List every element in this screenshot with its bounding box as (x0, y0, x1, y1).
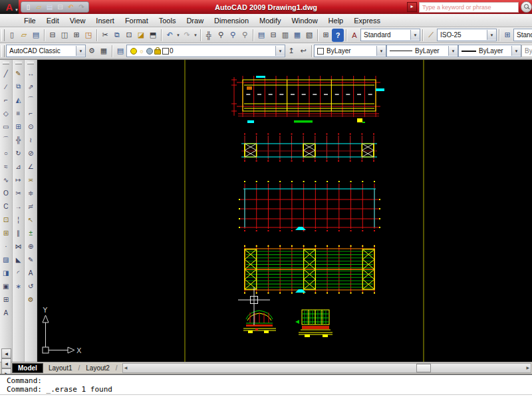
menu-draw[interactable]: Draw (181, 15, 209, 26)
spline-icon[interactable]: ∿ (0, 173, 11, 186)
tolerance-icon[interactable]: ± (25, 226, 37, 239)
toolbar-grip[interactable] (1, 45, 5, 57)
layer-combo[interactable]: ☼ 0 ▼ (126, 45, 285, 57)
tab-prev-button[interactable]: ◀ (1, 358, 11, 368)
layer-color-swatch[interactable] (162, 47, 169, 55)
dim-style-combo[interactable]: ISO-25▼ (437, 29, 497, 41)
cut-icon[interactable]: ✂ (99, 29, 111, 42)
scale-icon[interactable]: ⊿ (13, 160, 24, 173)
gradient-icon[interactable]: ◨ (0, 266, 11, 279)
ellipse-arc-icon[interactable]: C (0, 200, 11, 213)
array-icon[interactable]: ⊞ (13, 120, 24, 133)
qnew-icon[interactable]: ▯ (6, 29, 18, 42)
toolbar-grip[interactable] (15, 62, 22, 65)
dim-style-icon[interactable]: ⟋ (425, 29, 437, 42)
line-icon[interactable]: ╱ (0, 66, 11, 80)
menu-file[interactable]: File (19, 15, 41, 26)
arc-length-dimension-icon[interactable]: ⌒ (25, 93, 37, 106)
search-icon[interactable] (521, 1, 532, 13)
dimension-update-icon[interactable]: ↺ (25, 279, 37, 293)
toolbar-grip[interactable] (1, 29, 5, 41)
layer-on-bulb-icon[interactable] (130, 47, 137, 55)
layer-freeze-sun-icon[interactable]: ☼ (138, 47, 145, 55)
menu-view[interactable]: View (65, 15, 91, 26)
chevron-down-icon[interactable]: ▼ (376, 46, 386, 56)
trim-icon[interactable]: ✂ (13, 186, 24, 200)
fillet-icon[interactable]: ◜ (13, 266, 24, 279)
chevron-down-icon[interactable]: ▼ (76, 46, 85, 56)
workspace-save-icon[interactable]: ▦ (98, 45, 110, 58)
command-input[interactable] (0, 396, 532, 399)
explode-icon[interactable]: ∗ (13, 279, 24, 293)
revision-cloud-icon[interactable]: ≈ (0, 160, 11, 173)
infocenter-expand-icon[interactable]: ▸ (407, 2, 417, 12)
layer-viewport-freeze-icon[interactable] (146, 47, 153, 55)
menu-edit[interactable]: Edit (41, 15, 65, 26)
quickcalc-icon[interactable]: ⊞ (320, 29, 332, 42)
3d-dwf-icon[interactable]: ◳ (82, 29, 94, 42)
linetype-combo[interactable]: ByLayer ▼ (386, 45, 458, 57)
menu-window[interactable]: Window (286, 15, 323, 26)
linear-dimension-icon[interactable]: ↔ (25, 66, 37, 80)
dimension-text-edit-icon[interactable]: A (25, 266, 37, 279)
infocenter-search-input[interactable] (419, 2, 519, 13)
cad-canvas[interactable]: YX (37, 60, 532, 362)
redo-icon[interactable]: ↷ (181, 29, 193, 42)
workspace-combo[interactable]: AutoCAD Classic ▼ (6, 45, 86, 57)
join-icon[interactable]: ⋈ (13, 239, 24, 253)
menu-insert[interactable]: Insert (90, 15, 120, 26)
scroll-left-icon[interactable]: ◀ (124, 365, 128, 370)
chevron-down-icon[interactable]: ▼ (511, 46, 521, 56)
copy-icon[interactable]: ⧉ (111, 29, 123, 42)
rectangle-icon[interactable]: ▭ (0, 120, 11, 133)
make-object-layer-current-icon[interactable]: ↥ (285, 45, 297, 58)
center-mark-icon[interactable]: ⊕ (25, 239, 37, 253)
markup-set-manager-icon[interactable]: ▧ (303, 29, 315, 42)
pan-icon[interactable]: ╬ (203, 29, 215, 42)
toolbar-grip[interactable] (3, 62, 9, 65)
sheet-set-manager-icon[interactable]: ▦ (291, 29, 303, 42)
jogged-dimension-icon[interactable]: ≀ (25, 133, 37, 146)
ellipse-icon[interactable]: O (0, 186, 11, 200)
mirror-icon[interactable]: ◭ (13, 93, 24, 106)
break-icon[interactable]: ∥ (13, 226, 24, 239)
table-icon[interactable]: ⊞ (0, 293, 11, 306)
tool-palettes-icon[interactable]: ▥ (279, 29, 291, 42)
radius-dimension-icon[interactable]: ⊙ (25, 120, 37, 133)
help-icon[interactable]: ? (332, 29, 344, 42)
zoom-previous-icon[interactable]: ⚲ (239, 29, 251, 42)
table-style-combo[interactable]: Standard▼ (513, 29, 532, 41)
plot-preview-icon[interactable]: ◫ (59, 29, 70, 42)
copy-icon[interactable]: ⧉ (13, 80, 24, 93)
circle-icon[interactable]: ○ (0, 146, 11, 160)
save-icon[interactable]: ▤ (45, 3, 54, 11)
properties-icon[interactable]: ▤ (255, 29, 267, 42)
drawing-viewport[interactable]: YX (37, 60, 532, 362)
undo-icon[interactable]: ↶ (164, 29, 176, 42)
chevron-down-icon[interactable]: ▼ (275, 46, 285, 56)
offset-icon[interactable]: ≡ (13, 106, 24, 120)
stretch-icon[interactable]: ↦ (13, 173, 24, 186)
extend-icon[interactable]: → (13, 200, 24, 213)
dimension-style-icon[interactable]: ⚙ (25, 293, 37, 306)
text-style-combo[interactable]: Standard▼ (360, 29, 420, 41)
plot-icon[interactable]: ⊟ (56, 3, 65, 11)
ordinate-dimension-icon[interactable]: ⌐ (25, 106, 37, 120)
tab-layout2[interactable]: Layout2 (80, 364, 115, 372)
designcenter-icon[interactable]: ⊟ (267, 29, 279, 42)
chevron-down-icon[interactable]: ▼ (176, 33, 181, 37)
color-combo[interactable]: ByLayer ▼ (314, 45, 386, 57)
menu-help[interactable]: Help (323, 15, 349, 26)
quick-leader-icon[interactable]: ↖ (25, 213, 37, 226)
break-at-point-icon[interactable]: ¦ (13, 213, 24, 226)
menu-tools[interactable]: Tools (154, 15, 182, 26)
multiline-text-icon[interactable]: A (0, 306, 11, 319)
region-icon[interactable]: ▣ (0, 279, 11, 293)
chevron-down-icon[interactable]: ▼ (487, 30, 496, 40)
text-style-icon[interactable]: A (348, 29, 360, 42)
point-icon[interactable]: · (0, 239, 11, 253)
table-style-icon[interactable]: ⊞ (501, 29, 513, 42)
angular-dimension-icon[interactable]: ∠ (25, 160, 37, 173)
erase-icon[interactable]: ✎ (13, 66, 24, 80)
hatch-icon[interactable]: ▨ (0, 253, 11, 266)
